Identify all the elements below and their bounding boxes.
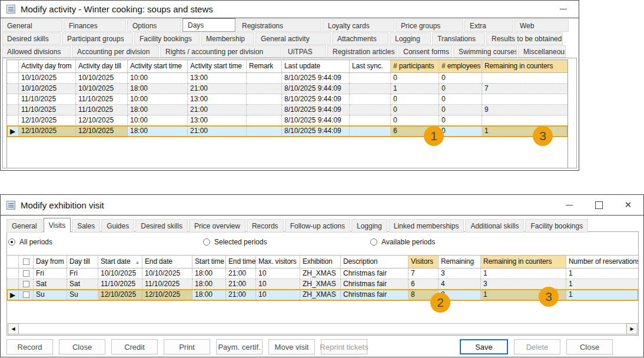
record-button[interactable]: Record bbox=[6, 339, 53, 354]
tab-miscellaneous[interactable]: Miscellaneous bbox=[518, 45, 566, 58]
tab-price-overview[interactable]: Price overview bbox=[189, 219, 245, 233]
move-visit-button[interactable]: Move visit bbox=[268, 339, 315, 354]
credit-button[interactable]: Credit bbox=[111, 339, 158, 354]
tab-registration-articles[interactable]: Registration articles bbox=[327, 45, 397, 58]
row-checkbox-cell[interactable] bbox=[19, 279, 34, 290]
minimize-icon[interactable] bbox=[559, 5, 568, 14]
tab-web[interactable]: Web bbox=[514, 19, 569, 32]
print-button[interactable]: Print bbox=[164, 339, 210, 354]
column-header-visitors[interactable]: Visitors bbox=[409, 256, 439, 268]
titlebar[interactable]: Modify activity - Winter cooking: soups … bbox=[1, 1, 579, 18]
tab-logging[interactable]: Logging bbox=[390, 32, 431, 45]
tab-additional-skills[interactable]: Additional skills bbox=[465, 219, 524, 233]
tab-general[interactable]: General bbox=[6, 219, 42, 233]
tab-general-activity[interactable]: General activity bbox=[255, 32, 331, 45]
tab-desired-skills[interactable]: Desired skills bbox=[135, 219, 188, 233]
tab-results-to-be-obtained[interactable]: Results to be obtained bbox=[486, 32, 563, 45]
minimize-icon[interactable] bbox=[565, 200, 574, 210]
tab-translations[interactable]: Translations bbox=[432, 32, 485, 45]
checkbox-icon[interactable] bbox=[23, 258, 29, 265]
tab-logging[interactable]: Logging bbox=[351, 219, 387, 233]
close-icon[interactable]: ✕ bbox=[623, 200, 633, 210]
column-header-remaining-in-counters[interactable]: Remaining in counters bbox=[482, 60, 568, 73]
table-row[interactable]: 10/10/202510/10/202518:0021:008/10/2025 … bbox=[7, 84, 567, 94]
column-header-start-date[interactable]: Start date▲ bbox=[98, 256, 142, 268]
scroll-left-icon[interactable]: ◀ bbox=[8, 323, 19, 334]
tab-desired-skills[interactable]: Desired skills bbox=[2, 32, 61, 45]
tab-accounting-per-division[interactable]: Accounting per division bbox=[72, 45, 159, 58]
column-header-remark[interactable]: Remark bbox=[247, 60, 282, 73]
scrollbar-thumb[interactable] bbox=[19, 323, 626, 334]
tab-facility-bookings[interactable]: Facility bookings bbox=[134, 32, 200, 45]
delete-button[interactable]: Delete bbox=[514, 339, 560, 354]
row-selector-cell[interactable] bbox=[7, 84, 19, 94]
tab-allowed-divisions[interactable]: Allowed divisions bbox=[2, 45, 71, 58]
scroll-right-icon[interactable]: ▶ bbox=[626, 323, 638, 334]
column-header-last-sync[interactable]: Last sync. bbox=[350, 60, 391, 73]
column-header-employees[interactable]: # employees bbox=[439, 60, 482, 73]
titlebar[interactable]: Modify exhibition visit ✕ bbox=[1, 195, 643, 216]
checkbox-icon[interactable] bbox=[23, 270, 29, 277]
close-button[interactable]: Close bbox=[566, 339, 613, 354]
row-selector-cell[interactable] bbox=[7, 268, 19, 279]
column-header-activity-start-time[interactable]: Activity start time bbox=[188, 60, 247, 73]
column-header-max-visitors[interactable]: Max. visitors bbox=[256, 256, 300, 268]
tab-sales[interactable]: Sales bbox=[72, 219, 100, 233]
row-selector-cell[interactable] bbox=[7, 115, 19, 126]
tab-days[interactable]: Days bbox=[182, 18, 235, 32]
column-header-last-update[interactable]: Last update bbox=[282, 60, 350, 73]
row-selector-cell[interactable] bbox=[7, 279, 19, 290]
tab-records[interactable]: Records bbox=[247, 219, 284, 233]
tab-registrations[interactable]: Registrations bbox=[237, 19, 321, 32]
row-selector-cell[interactable] bbox=[7, 94, 19, 105]
radio-all-periods[interactable]: All periods bbox=[8, 238, 52, 246]
select-all-cell[interactable] bbox=[19, 256, 34, 268]
column-header-day-till[interactable]: Day till bbox=[67, 256, 98, 268]
row-selector-cell[interactable] bbox=[7, 73, 19, 84]
column-header-start-time[interactable]: Start time bbox=[192, 256, 226, 268]
tab-finances[interactable]: Finances bbox=[64, 19, 126, 32]
table-row[interactable]: 10/10/202510/10/202510:0013:008/10/2025 … bbox=[7, 73, 567, 84]
tab-consent-forms[interactable]: Consent forms bbox=[398, 45, 452, 58]
table-row[interactable]: FriFri10/10/202510/10/202518:0021:0010ZH… bbox=[7, 268, 638, 279]
tab-general[interactable]: General bbox=[2, 19, 62, 32]
table-row[interactable]: ▶12/10/202512/10/202518:0021:008/10/2025… bbox=[7, 126, 567, 137]
column-header-activity-start-time[interactable]: Activity start time bbox=[128, 60, 188, 73]
horizontal-scrollbar[interactable]: ◀ ▶ bbox=[8, 323, 638, 334]
row-selector-cell[interactable]: ▶ bbox=[7, 126, 19, 137]
radio-selected-periods[interactable]: Selected periods bbox=[203, 238, 267, 246]
column-header-remaining[interactable]: Remaining bbox=[439, 256, 481, 268]
close-button[interactable]: Close bbox=[59, 339, 105, 354]
tab-options[interactable]: Options bbox=[127, 19, 181, 32]
paym-certif-button[interactable]: Paym. certif. bbox=[216, 339, 263, 354]
radio-available-periods[interactable]: Available periods bbox=[370, 238, 435, 246]
tab-loyalty-cards[interactable]: Loyalty cards bbox=[323, 19, 394, 32]
tab-visits[interactable]: Visits bbox=[44, 218, 71, 233]
row-checkbox-cell[interactable] bbox=[19, 290, 34, 300]
table-row[interactable]: 12/10/202512/10/202510:0013:008/10/2025 … bbox=[7, 115, 567, 126]
tab-membership[interactable]: Membership bbox=[201, 32, 254, 45]
table-row[interactable]: 11/10/202511/10/202510:0013:008/10/2025 … bbox=[7, 94, 567, 105]
row-selector-cell[interactable]: ▶ bbox=[7, 290, 19, 300]
column-header-activity-day-from[interactable]: Activity day from bbox=[19, 60, 76, 73]
column-header-participants[interactable]: # participants bbox=[391, 60, 439, 73]
column-header-end-date[interactable]: End date bbox=[142, 256, 192, 268]
tab-price-groups[interactable]: Price groups bbox=[396, 19, 463, 32]
column-header-exhibition[interactable]: Exhibition bbox=[300, 256, 341, 268]
column-header-day-from[interactable]: Day from bbox=[34, 256, 67, 268]
row-checkbox-cell[interactable] bbox=[19, 268, 34, 279]
tab-linked-memberships[interactable]: Linked memberships bbox=[389, 219, 464, 233]
row-selector-cell[interactable] bbox=[7, 105, 19, 115]
tab-guides[interactable]: Guides bbox=[101, 219, 134, 233]
column-header-remaining-in-counters[interactable]: Remaining in counters bbox=[481, 256, 566, 268]
tab-swimming-courses[interactable]: Swimming courses bbox=[453, 45, 517, 58]
checkbox-icon[interactable] bbox=[23, 281, 29, 287]
tab-follow-up-actions[interactable]: Follow-up actions bbox=[285, 219, 350, 233]
column-header-number-of-reservations[interactable]: Number of reservations bbox=[566, 256, 638, 268]
tab-facility-bookings[interactable]: Facility bookings bbox=[525, 219, 588, 233]
tab-uitpas[interactable]: UiTPAS bbox=[283, 45, 326, 58]
maximize-icon[interactable] bbox=[594, 200, 603, 210]
reprint-tickets-button[interactable]: Reprint tickets bbox=[321, 339, 367, 354]
tab-attachments[interactable]: Attachments bbox=[332, 32, 389, 45]
column-header-description[interactable]: Description bbox=[341, 256, 409, 268]
